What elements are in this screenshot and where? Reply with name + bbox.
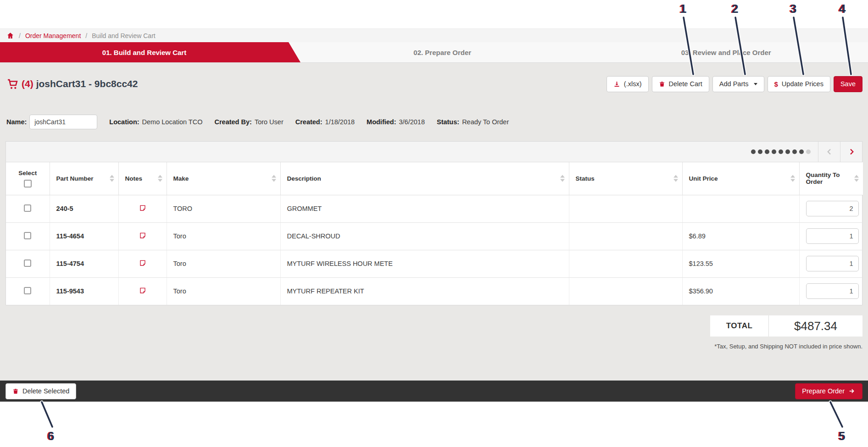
- quantity-cell: [799, 195, 863, 222]
- prepare-order-label: Prepare Order: [802, 387, 845, 395]
- export-xlsx-button[interactable]: (.xlsx): [606, 76, 649, 92]
- sort-icon[interactable]: [854, 175, 859, 182]
- column-header-make[interactable]: Make: [167, 162, 280, 195]
- home-icon[interactable]: [6, 32, 14, 39]
- breadcrumb-order-management[interactable]: Order Management: [25, 32, 81, 39]
- row-select-checkbox[interactable]: [24, 259, 31, 267]
- pagination-dot: [758, 149, 762, 154]
- bottom-whitespace: [0, 402, 868, 447]
- quantity-cell: [799, 250, 863, 277]
- status-label: Status:: [437, 118, 459, 126]
- modified-value: 3/6/2018: [399, 118, 425, 126]
- note-icon[interactable]: [139, 232, 146, 239]
- add-parts-label: Add Parts: [719, 80, 749, 88]
- step-progress-bar: 01. Build and Review Cart 02. Prepare Or…: [0, 42, 868, 63]
- status-cell: [569, 277, 682, 305]
- prepare-order-button[interactable]: Prepare Order: [795, 383, 862, 399]
- save-button[interactable]: Save: [834, 76, 862, 92]
- row-select-cell: [6, 222, 50, 250]
- step-build-and-review-cart[interactable]: 01. Build and Review Cart: [0, 42, 300, 62]
- step-prepare-order[interactable]: 02. Prepare Order: [300, 42, 584, 62]
- quantity-input[interactable]: [806, 228, 859, 244]
- cart-name-input[interactable]: [29, 115, 97, 129]
- step-review-and-place-order[interactable]: 03. Review and Place Order: [584, 42, 868, 62]
- chevron-down-icon: [754, 83, 757, 85]
- sort-icon[interactable]: [790, 175, 795, 182]
- pagination-dots: [751, 142, 811, 162]
- location-label: Location:: [109, 118, 139, 126]
- breadcrumb-separator: /: [19, 32, 21, 39]
- notes-cell: [118, 222, 167, 250]
- note-icon[interactable]: [139, 259, 146, 267]
- row-select-checkbox[interactable]: [24, 287, 31, 294]
- totals-box: TOTAL $487.34: [710, 315, 862, 337]
- status-cell: [569, 250, 682, 277]
- pagination-dot: [806, 149, 811, 154]
- quantity-input[interactable]: [806, 256, 859, 271]
- pagination-dot: [751, 149, 756, 154]
- row-select-checkbox[interactable]: [24, 232, 31, 239]
- note-icon[interactable]: [139, 204, 146, 212]
- table-row: 115-4754 Toro MYTURF WIRELESS HOUR METE …: [6, 250, 863, 277]
- delete-selected-button[interactable]: Delete Selected: [6, 383, 76, 399]
- column-header-unit-price[interactable]: Unit Price: [682, 162, 799, 195]
- column-header-status[interactable]: Status: [569, 162, 682, 195]
- sort-icon[interactable]: [272, 175, 276, 182]
- pagination-dot: [785, 149, 790, 154]
- delete-cart-button[interactable]: Delete Cart: [652, 76, 709, 92]
- sort-icon[interactable]: [158, 175, 162, 182]
- breadcrumb-current-page: Build and Review Cart: [92, 32, 156, 39]
- row-select-cell: [6, 195, 50, 222]
- callout-number-4: 4: [839, 3, 846, 15]
- sort-icon[interactable]: [673, 175, 678, 182]
- part-number-cell: 115-9543: [50, 277, 118, 305]
- callout-number-2: 2: [732, 3, 738, 15]
- sort-icon[interactable]: [560, 175, 565, 182]
- column-header-quantity-to-order[interactable]: Quantity To Order: [799, 162, 863, 195]
- pagination-next-button[interactable]: [840, 142, 862, 162]
- unit-price-cell: $6.89: [682, 222, 799, 250]
- main-content: (4) joshCart31 - 9bc8cc42 (.xlsx) Delete…: [0, 63, 868, 381]
- column-header-description[interactable]: Description: [280, 162, 569, 195]
- breadcrumb-separator: /: [85, 32, 87, 39]
- pagination-dot: [779, 149, 783, 154]
- row-select-cell: [6, 250, 50, 277]
- export-xlsx-label: (.xlsx): [624, 80, 642, 88]
- cart-item-count: (4): [22, 78, 33, 89]
- status-cell: [569, 222, 682, 250]
- description-cell: DECAL-SHROUD: [280, 222, 569, 250]
- bottom-action-bar: Delete Selected Prepare Order: [0, 381, 868, 402]
- pagination-dot: [772, 149, 776, 154]
- add-parts-button[interactable]: Add Parts: [712, 76, 764, 92]
- page-title: (4) joshCart31 - 9bc8cc42: [6, 78, 138, 90]
- note-icon[interactable]: [139, 287, 146, 294]
- sort-icon[interactable]: [110, 175, 114, 182]
- pagination-prev-button[interactable]: [818, 142, 840, 162]
- modified-label: Modified:: [367, 118, 396, 126]
- price-disclaimer: *Tax, Setup, and Shipping NOT included i…: [714, 343, 862, 350]
- select-header-label: Select: [18, 170, 37, 177]
- update-prices-label: Update Prices: [782, 80, 823, 88]
- cart-meta-row: Name: Location: Demo Location TCO Create…: [6, 114, 862, 130]
- make-cell: Toro: [167, 222, 280, 250]
- created-by-label: Created By:: [214, 118, 251, 126]
- status-value: Ready To Order: [462, 118, 509, 126]
- row-select-checkbox[interactable]: [24, 204, 31, 212]
- part-number-cell: 115-4754: [50, 250, 118, 277]
- cart-name-title: joshCart31 - 9bc8cc42: [36, 78, 138, 89]
- quantity-input[interactable]: [806, 201, 859, 216]
- notes-cell: [118, 277, 167, 305]
- select-all-checkbox[interactable]: [24, 180, 32, 188]
- arrow-right-icon: [848, 388, 856, 394]
- callout-number-5: 5: [839, 430, 845, 442]
- column-header-part-number[interactable]: Part Number: [50, 162, 118, 195]
- row-select-cell: [6, 277, 50, 305]
- save-label: Save: [840, 80, 856, 88]
- column-header-notes[interactable]: Notes: [118, 162, 167, 195]
- cart-icon: [6, 78, 19, 90]
- table-row: 115-4654 Toro DECAL-SHROUD $6.89: [6, 222, 863, 250]
- quantity-input[interactable]: [806, 283, 859, 299]
- update-prices-button[interactable]: $ Update Prices: [768, 76, 830, 92]
- quantity-cell: [799, 277, 863, 305]
- trash-icon: [12, 388, 19, 395]
